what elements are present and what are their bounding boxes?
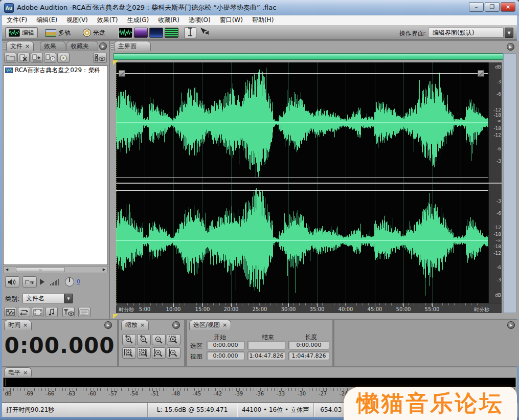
menu-item-6[interactable]: 收藏(R) bbox=[153, 16, 184, 25]
menu-item-1[interactable]: 文件(F) bbox=[2, 16, 32, 25]
zoom-selection-right-button[interactable] bbox=[137, 347, 151, 359]
spectral-pan-display-button[interactable] bbox=[165, 28, 178, 38]
filter-view-button[interactable] bbox=[62, 307, 75, 317]
vertical-zoom-in-button[interactable] bbox=[152, 347, 166, 359]
title-bar[interactable]: Au Adobe Audition -RCA百张古典名盘之029：柴科夫斯基门德… bbox=[0, 0, 519, 15]
editor-panel-menu-button[interactable]: ▶ bbox=[507, 43, 514, 51]
sort-dropdown-icon[interactable]: ▼ bbox=[64, 294, 73, 303]
cue-list-button[interactable] bbox=[78, 307, 91, 317]
db-label: -18 bbox=[489, 113, 501, 118]
panel-grip[interactable] bbox=[111, 43, 114, 50]
view-length-field[interactable]: 1:04:47.826 bbox=[288, 351, 329, 360]
tab-time[interactable]: 时间× bbox=[4, 320, 32, 330]
waveform-display-button[interactable] bbox=[119, 28, 132, 38]
zoom-panel-menu-button[interactable]: ▶ bbox=[172, 321, 180, 329]
menu-item-3[interactable]: 视图(V) bbox=[62, 16, 93, 25]
spectral-phase-display-button[interactable] bbox=[149, 28, 163, 38]
time-ruler[interactable]: 时分秒 时分秒 5:0010:0015:0020:0025:0030:0035:… bbox=[116, 303, 502, 313]
scroll-right-icon[interactable]: ▶ bbox=[101, 267, 107, 273]
channel-split-line-upper bbox=[116, 178, 488, 178]
minimize-button[interactable]: – bbox=[469, 2, 484, 12]
files-hscrollbar[interactable]: ◀ ⁞⁞⁞ ▶ bbox=[3, 266, 108, 273]
file-list[interactable]: RCA百张古典名盘之029：柴科 bbox=[3, 65, 108, 265]
follow-play-button[interactable] bbox=[22, 276, 37, 288]
show-waveforms-button[interactable] bbox=[4, 307, 16, 317]
open-file-button[interactable] bbox=[4, 53, 16, 63]
auto-play-speaker-button[interactable] bbox=[5, 276, 19, 288]
insert-into-cd-button[interactable] bbox=[44, 53, 56, 63]
dock-menu-button[interactable]: ▶ bbox=[507, 321, 515, 329]
tab-levels[interactable]: 电平× bbox=[4, 367, 32, 377]
channel-divider[interactable] bbox=[116, 183, 502, 184]
tab-zoom[interactable]: 缩放× bbox=[121, 320, 149, 330]
menu-item-8[interactable]: 窗口(W) bbox=[215, 16, 247, 25]
tab-selection-view[interactable]: 选区/视图× bbox=[189, 320, 231, 330]
tab-levels-close-icon[interactable]: × bbox=[23, 369, 28, 376]
db-label: -12 bbox=[489, 225, 501, 230]
db-label: -12 bbox=[489, 132, 501, 138]
level-scale-label: -33 bbox=[277, 391, 285, 396]
selection-start-field[interactable]: 0:00.000 bbox=[207, 341, 244, 349]
menu-item-2[interactable]: 编辑(E) bbox=[32, 16, 62, 25]
cd-burn-button[interactable] bbox=[57, 53, 70, 63]
zoom-to-selection-button[interactable] bbox=[167, 334, 180, 345]
tab-zoom-close-icon[interactable]: × bbox=[140, 322, 145, 328]
files-panel-menu-button[interactable]: ▶ bbox=[99, 42, 107, 50]
menu-item-4[interactable]: 效果(T) bbox=[93, 16, 123, 25]
view-end-field[interactable]: 1:04:47.826 bbox=[247, 351, 285, 360]
tab-selection-view-close-icon[interactable]: × bbox=[222, 322, 227, 328]
sort-select[interactable]: 文件名 bbox=[22, 294, 64, 303]
zoom-out-full-button[interactable] bbox=[152, 334, 166, 345]
boundary-handle-left[interactable] bbox=[119, 70, 125, 77]
play-button[interactable] bbox=[38, 276, 46, 288]
cd-view-button[interactable]: 光盘 bbox=[80, 27, 108, 38]
selection-end-field[interactable] bbox=[247, 341, 285, 349]
view-options-button[interactable] bbox=[93, 53, 107, 63]
level-scale-label: -66 bbox=[46, 391, 54, 396]
file-list-item[interactable]: RCA百张古典名盘之029：柴科 bbox=[4, 66, 107, 75]
ruler-tick-label: 20:00 bbox=[224, 306, 239, 312]
tab-files[interactable]: 文件× bbox=[6, 41, 34, 51]
tab-main-view[interactable]: 主界面 bbox=[114, 41, 151, 51]
view-start-field[interactable]: 0:00.000 bbox=[207, 351, 244, 360]
panel-grip[interactable] bbox=[3, 42, 6, 50]
files-toggle-row bbox=[2, 307, 109, 318]
volume-knob-button[interactable] bbox=[62, 276, 77, 288]
tab-effects[interactable]: 效果 bbox=[40, 41, 65, 51]
overview-scrollbar[interactable] bbox=[114, 53, 514, 60]
scrollbar-thumb[interactable]: ⁞⁞⁞ bbox=[16, 267, 65, 272]
volume-value[interactable]: 0 bbox=[77, 278, 80, 285]
close-file-button[interactable] bbox=[17, 53, 30, 63]
show-video-button[interactable] bbox=[32, 307, 44, 317]
maximize-button[interactable]: ❐ bbox=[485, 2, 500, 12]
vertical-zoom-out-button[interactable] bbox=[167, 347, 180, 359]
workspace-select[interactable]: 编辑界面(默认) bbox=[428, 28, 504, 38]
playhead-marker-bottom-icon[interactable] bbox=[113, 314, 118, 319]
menu-item-7[interactable]: 选项(O) bbox=[184, 16, 215, 25]
insert-into-multitrack-button[interactable] bbox=[31, 53, 43, 63]
edit-view-label: 编辑 bbox=[22, 29, 34, 37]
spectral-display-button[interactable] bbox=[134, 28, 148, 38]
time-panel-menu-button[interactable]: ▶ bbox=[104, 321, 112, 329]
close-button[interactable]: × bbox=[501, 2, 515, 12]
multitrack-view-button[interactable]: 多轨 bbox=[42, 27, 74, 38]
menu-item-5[interactable]: 生成(G) bbox=[123, 16, 154, 25]
time-selection-tool-button[interactable] bbox=[184, 27, 196, 38]
selection-length-field[interactable]: 0:00.000 bbox=[288, 341, 329, 349]
volume-bars-button[interactable] bbox=[48, 276, 62, 288]
zoom-selection-left-button[interactable] bbox=[122, 347, 136, 359]
horizontal-zoom-in-button[interactable] bbox=[122, 334, 136, 345]
scroll-left-icon[interactable]: ◀ bbox=[4, 267, 10, 273]
tab-time-close-icon[interactable]: × bbox=[23, 322, 28, 328]
show-midi-button[interactable] bbox=[46, 307, 58, 317]
edit-view-button[interactable]: 编辑 bbox=[5, 27, 38, 38]
scrub-tool-button[interactable] bbox=[198, 27, 211, 38]
tab-files-close-icon[interactable]: × bbox=[25, 43, 30, 50]
show-loops-button[interactable] bbox=[18, 307, 30, 317]
boundary-handle-right[interactable] bbox=[478, 70, 484, 77]
tab-favorites[interactable]: 收藏夹 bbox=[66, 41, 98, 51]
menu-item-9[interactable]: 帮助(H) bbox=[247, 16, 278, 25]
level-meter[interactable] bbox=[3, 378, 516, 387]
horizontal-zoom-out-button[interactable] bbox=[137, 334, 151, 345]
workspace-dropdown-icon[interactable]: ▼ bbox=[505, 28, 513, 38]
